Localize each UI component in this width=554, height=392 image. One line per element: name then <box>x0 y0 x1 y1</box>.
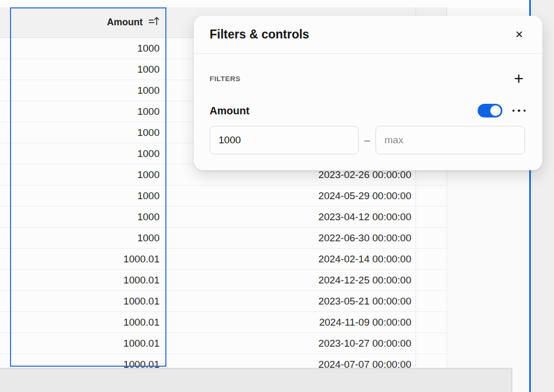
amount-cell[interactable]: 1000 <box>10 207 166 227</box>
empty-cell <box>416 270 447 290</box>
table-row[interactable]: 10002023-04-12 00:00:00 <box>0 207 447 228</box>
range-separator: – <box>359 134 375 146</box>
amount-cell[interactable]: 1000 <box>10 38 166 58</box>
close-icon[interactable]: ✕ <box>512 27 527 42</box>
toggle-knob <box>490 105 501 116</box>
amount-cell[interactable]: 1000.01 <box>10 312 166 332</box>
filter-enabled-toggle[interactable] <box>478 104 502 117</box>
table-row[interactable]: 1000.012024-11-09 00:00:00 <box>0 312 447 333</box>
empty-cell <box>416 228 447 248</box>
amount-cell[interactable]: 1000 <box>10 185 166 206</box>
min-value-input[interactable] <box>210 126 359 154</box>
amount-cell[interactable]: 1000.01 <box>10 333 166 354</box>
row-edge-cell <box>0 122 10 143</box>
empty-cell <box>416 249 447 269</box>
horizontal-scrollbar-track[interactable] <box>0 368 512 392</box>
row-edge-cell <box>0 249 10 269</box>
table-row[interactable]: 1000.012024-02-14 00:00:00 <box>0 249 447 270</box>
empty-cell <box>416 312 447 332</box>
row-edge-cell <box>0 164 10 185</box>
add-filter-icon[interactable]: + <box>511 71 527 86</box>
amount-cell[interactable]: 1000.01 <box>10 291 166 311</box>
column-header-amount[interactable]: Amount <box>10 7 166 37</box>
amount-cell[interactable]: 1000 <box>10 164 166 185</box>
table-top-margin <box>0 0 530 7</box>
filters-section-header: FILTERS + <box>210 71 527 86</box>
amount-cell[interactable]: 1000 <box>10 80 166 101</box>
table-row[interactable]: 10002024-05-29 00:00:00 <box>0 185 447 207</box>
row-edge-cell <box>0 333 10 354</box>
filter-controls <box>478 104 527 117</box>
column-header-label: Amount <box>107 17 143 28</box>
row-edge-cell <box>0 143 10 164</box>
amount-cell[interactable]: 1000 <box>10 122 166 143</box>
row-edge-cell <box>0 59 10 80</box>
app-window: Amount 10001000100010001000100010002023-… <box>0 0 554 392</box>
date-cell[interactable]: 2023-05-21 00:00:00 <box>166 291 416 311</box>
date-cell[interactable]: 2024-12-25 00:00:00 <box>166 270 416 290</box>
row-edge-cell <box>0 101 10 122</box>
row-edge-cell <box>0 80 10 101</box>
table-row[interactable]: 10002022-06-30 00:00:00 <box>0 228 447 249</box>
date-cell[interactable]: 2024-11-09 00:00:00 <box>166 312 416 332</box>
date-cell[interactable]: 2024-02-14 00:00:00 <box>166 249 416 269</box>
amount-cell[interactable]: 1000 <box>10 101 166 122</box>
amount-cell[interactable]: 1000.01 <box>10 249 166 269</box>
empty-cell <box>416 291 447 311</box>
filters-heading: FILTERS <box>210 75 241 83</box>
table-row[interactable]: 1000.012023-10-27 00:00:00 <box>0 333 447 354</box>
date-cell[interactable]: 2023-10-27 00:00:00 <box>166 333 416 354</box>
row-edge-cell <box>0 207 10 227</box>
empty-cell <box>416 207 447 227</box>
row-edge-cell <box>0 185 10 206</box>
range-inputs-row: – <box>210 126 527 154</box>
date-cell[interactable]: 2023-04-12 00:00:00 <box>166 207 416 227</box>
sort-ascending-icon[interactable] <box>147 16 160 29</box>
table-row[interactable]: 1000.012023-05-21 00:00:00 <box>0 291 447 312</box>
amount-cell[interactable]: 1000 <box>10 59 166 80</box>
empty-cell <box>416 185 447 206</box>
panel-title: Filters & controls <box>210 27 309 42</box>
amount-cell[interactable]: 1000 <box>10 143 166 164</box>
row-edge-cell <box>0 270 10 290</box>
row-edge-cell <box>0 38 10 58</box>
table-row[interactable]: 1000.012024-12-25 00:00:00 <box>0 270 447 291</box>
date-cell[interactable]: 2024-05-29 00:00:00 <box>166 185 416 206</box>
amount-cell[interactable]: 1000 <box>10 228 166 248</box>
amount-cell[interactable]: 1000.01 <box>10 270 166 290</box>
panel-header: Filters & controls ✕ <box>194 16 542 54</box>
date-cell[interactable]: 2022-06-30 00:00:00 <box>166 228 416 248</box>
panel-body: FILTERS + Amount – <box>194 71 542 154</box>
row-edge-cell <box>0 291 10 311</box>
empty-cell <box>416 333 447 354</box>
filter-amount-row: Amount <box>210 102 527 120</box>
header-edge-cell <box>0 7 10 37</box>
row-edge-cell <box>0 228 10 248</box>
row-edge-cell <box>0 312 10 332</box>
more-options-icon[interactable] <box>511 106 527 115</box>
filters-controls-panel: Filters & controls ✕ FILTERS + Amount <box>194 16 542 170</box>
max-value-input[interactable] <box>375 126 525 154</box>
filter-name-label: Amount <box>210 105 250 117</box>
